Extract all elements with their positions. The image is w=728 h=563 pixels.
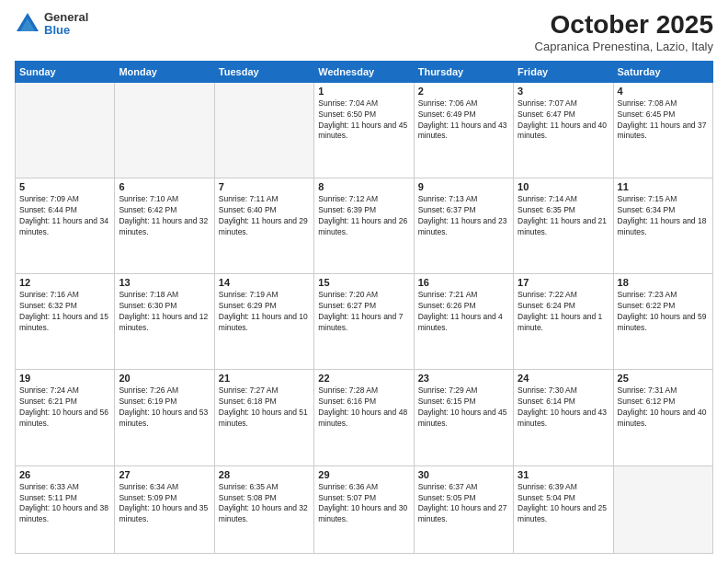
day-info: Sunrise: 6:35 AMSunset: 5:08 PMDaylight:…: [219, 482, 310, 526]
day-info: Sunrise: 6:37 AMSunset: 5:05 PMDaylight:…: [418, 482, 509, 526]
day-number: 5: [19, 181, 110, 192]
logo-blue: Blue: [44, 24, 88, 37]
calendar-cell: 19Sunrise: 7:24 AMSunset: 6:21 PMDayligh…: [16, 370, 115, 465]
day-info: Sunrise: 7:04 AMSunset: 6:50 PMDaylight:…: [318, 98, 409, 143]
day-info: Sunrise: 7:14 AMSunset: 6:35 PMDaylight:…: [518, 194, 609, 238]
day-info: Sunrise: 7:09 AMSunset: 6:44 PMDaylight:…: [19, 194, 110, 238]
calendar-cell: 20Sunrise: 7:26 AMSunset: 6:19 PMDayligh…: [115, 370, 214, 465]
header-right: October 2025 Capranica Prenestina, Lazio…: [535, 11, 713, 53]
calendar-week-5: 26Sunrise: 6:33 AMSunset: 5:11 PMDayligh…: [16, 465, 713, 553]
day-info: Sunrise: 7:12 AMSunset: 6:39 PMDaylight:…: [318, 194, 409, 238]
day-info: Sunrise: 6:33 AMSunset: 5:11 PMDaylight:…: [19, 482, 110, 526]
day-number: 2: [418, 86, 509, 97]
calendar-week-3: 12Sunrise: 7:16 AMSunset: 6:32 PMDayligh…: [16, 274, 713, 370]
calendar-header-saturday: Saturday: [613, 61, 712, 82]
calendar-cell: 14Sunrise: 7:19 AMSunset: 6:29 PMDayligh…: [214, 274, 313, 370]
calendar-cell: 22Sunrise: 7:28 AMSunset: 6:16 PMDayligh…: [314, 370, 414, 465]
day-number: 23: [418, 373, 509, 384]
day-info: Sunrise: 7:27 AMSunset: 6:18 PMDaylight:…: [219, 385, 310, 430]
day-number: 21: [219, 373, 310, 384]
day-number: 12: [19, 277, 110, 288]
day-number: 25: [618, 373, 709, 384]
day-number: 26: [19, 469, 110, 480]
day-info: Sunrise: 7:15 AMSunset: 6:34 PMDaylight:…: [618, 194, 709, 238]
day-info: Sunrise: 7:31 AMSunset: 6:12 PMDaylight:…: [618, 385, 709, 430]
calendar-week-4: 19Sunrise: 7:24 AMSunset: 6:21 PMDayligh…: [16, 370, 713, 465]
day-number: 13: [119, 277, 210, 288]
day-info: Sunrise: 6:34 AMSunset: 5:09 PMDaylight:…: [119, 482, 210, 526]
day-info: Sunrise: 7:29 AMSunset: 6:15 PMDaylight:…: [418, 385, 509, 430]
logo: General Blue: [15, 11, 88, 38]
calendar-header-tuesday: Tuesday: [214, 61, 313, 82]
day-number: 7: [219, 181, 310, 192]
day-number: 28: [219, 469, 310, 480]
day-info: Sunrise: 7:23 AMSunset: 6:22 PMDaylight:…: [618, 290, 709, 334]
day-number: 3: [518, 86, 609, 97]
calendar-cell: 29Sunrise: 6:36 AMSunset: 5:07 PMDayligh…: [314, 465, 414, 553]
page: General Blue October 2025 Capranica Pren…: [0, 0, 728, 563]
calendar-cell: 18Sunrise: 7:23 AMSunset: 6:22 PMDayligh…: [613, 274, 712, 370]
calendar-cell: 9Sunrise: 7:13 AMSunset: 6:37 PMDaylight…: [414, 178, 513, 274]
day-info: Sunrise: 7:19 AMSunset: 6:29 PMDaylight:…: [219, 290, 310, 334]
calendar-cell: 8Sunrise: 7:12 AMSunset: 6:39 PMDaylight…: [314, 178, 414, 274]
day-number: 1: [318, 86, 409, 97]
calendar-cell: 25Sunrise: 7:31 AMSunset: 6:12 PMDayligh…: [613, 370, 712, 465]
day-info: Sunrise: 7:20 AMSunset: 6:27 PMDaylight:…: [318, 290, 409, 334]
calendar-cell: 17Sunrise: 7:22 AMSunset: 6:24 PMDayligh…: [514, 274, 613, 370]
calendar-cell: 12Sunrise: 7:16 AMSunset: 6:32 PMDayligh…: [16, 274, 115, 370]
day-number: 31: [518, 469, 609, 480]
calendar-cell: 2Sunrise: 7:06 AMSunset: 6:49 PMDaylight…: [414, 82, 513, 178]
logo-icon: [15, 11, 40, 37]
calendar-cell: 15Sunrise: 7:20 AMSunset: 6:27 PMDayligh…: [314, 274, 414, 370]
calendar-cell: [214, 82, 313, 178]
calendar-table: SundayMondayTuesdayWednesdayThursdayFrid…: [15, 61, 713, 554]
calendar-header-row: SundayMondayTuesdayWednesdayThursdayFrid…: [16, 61, 713, 82]
day-info: Sunrise: 6:36 AMSunset: 5:07 PMDaylight:…: [318, 482, 409, 526]
day-info: Sunrise: 7:11 AMSunset: 6:40 PMDaylight:…: [219, 194, 310, 238]
logo-general: General: [44, 11, 88, 24]
day-info: Sunrise: 6:39 AMSunset: 5:04 PMDaylight:…: [518, 482, 609, 526]
day-number: 18: [618, 277, 709, 288]
calendar-cell: 11Sunrise: 7:15 AMSunset: 6:34 PMDayligh…: [613, 178, 712, 274]
calendar-cell: 21Sunrise: 7:27 AMSunset: 6:18 PMDayligh…: [214, 370, 313, 465]
day-info: Sunrise: 7:16 AMSunset: 6:32 PMDaylight:…: [19, 290, 110, 334]
calendar-header-monday: Monday: [115, 61, 214, 82]
calendar-cell: 7Sunrise: 7:11 AMSunset: 6:40 PMDaylight…: [214, 178, 313, 274]
logo-text: General Blue: [44, 11, 88, 38]
day-info: Sunrise: 7:24 AMSunset: 6:21 PMDaylight:…: [19, 385, 110, 430]
calendar-cell: 3Sunrise: 7:07 AMSunset: 6:47 PMDaylight…: [514, 82, 613, 178]
day-number: 11: [618, 181, 709, 192]
day-info: Sunrise: 7:26 AMSunset: 6:19 PMDaylight:…: [119, 385, 210, 430]
calendar-cell: 24Sunrise: 7:30 AMSunset: 6:14 PMDayligh…: [514, 370, 613, 465]
header: General Blue October 2025 Capranica Pren…: [15, 11, 713, 53]
calendar-cell: 6Sunrise: 7:10 AMSunset: 6:42 PMDaylight…: [115, 178, 214, 274]
calendar-cell: [16, 82, 115, 178]
day-number: 14: [219, 277, 310, 288]
day-number: 29: [318, 469, 409, 480]
calendar-header-friday: Friday: [514, 61, 613, 82]
calendar-header-sunday: Sunday: [16, 61, 115, 82]
day-info: Sunrise: 7:30 AMSunset: 6:14 PMDaylight:…: [518, 385, 609, 430]
calendar-cell: 13Sunrise: 7:18 AMSunset: 6:30 PMDayligh…: [115, 274, 214, 370]
day-info: Sunrise: 7:13 AMSunset: 6:37 PMDaylight:…: [418, 194, 509, 238]
day-info: Sunrise: 7:10 AMSunset: 6:42 PMDaylight:…: [119, 194, 210, 238]
day-number: 30: [418, 469, 509, 480]
day-info: Sunrise: 7:21 AMSunset: 6:26 PMDaylight:…: [418, 290, 509, 334]
calendar-cell: [613, 465, 712, 553]
day-number: 4: [618, 86, 709, 97]
calendar-cell: 26Sunrise: 6:33 AMSunset: 5:11 PMDayligh…: [16, 465, 115, 553]
day-number: 27: [119, 469, 210, 480]
location: Capranica Prenestina, Lazio, Italy: [535, 40, 713, 53]
day-number: 15: [318, 277, 409, 288]
day-number: 24: [518, 373, 609, 384]
calendar-cell: 5Sunrise: 7:09 AMSunset: 6:44 PMDaylight…: [16, 178, 115, 274]
calendar-cell: 28Sunrise: 6:35 AMSunset: 5:08 PMDayligh…: [214, 465, 313, 553]
day-number: 10: [518, 181, 609, 192]
day-number: 8: [318, 181, 409, 192]
day-number: 17: [518, 277, 609, 288]
calendar-cell: 31Sunrise: 6:39 AMSunset: 5:04 PMDayligh…: [514, 465, 613, 553]
calendar-cell: 23Sunrise: 7:29 AMSunset: 6:15 PMDayligh…: [414, 370, 513, 465]
calendar-header-wednesday: Wednesday: [314, 61, 414, 82]
day-number: 19: [19, 373, 110, 384]
calendar-cell: 4Sunrise: 7:08 AMSunset: 6:45 PMDaylight…: [613, 82, 712, 178]
